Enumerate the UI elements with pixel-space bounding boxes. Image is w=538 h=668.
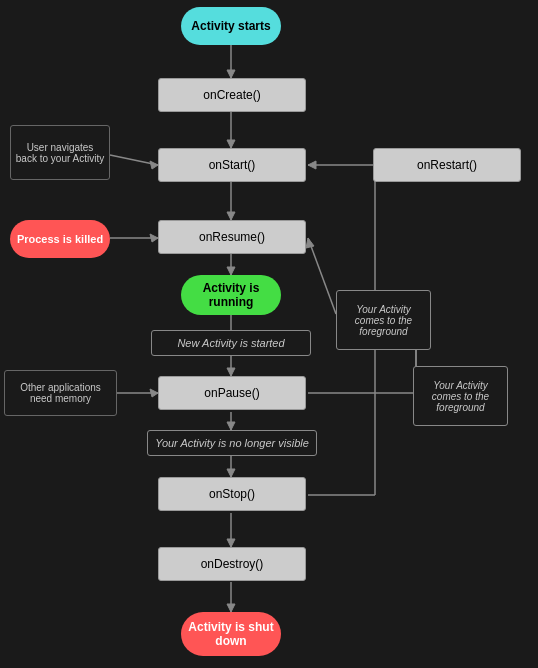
onstart-node: onStart() (158, 148, 306, 182)
svg-marker-24 (150, 161, 158, 169)
svg-line-31 (308, 238, 336, 314)
svg-marker-32 (306, 238, 314, 248)
svg-marker-3 (227, 140, 235, 148)
onresume-node: onResume() (158, 220, 306, 254)
new-activity-started-label: New Activity is started (151, 330, 311, 356)
svg-marker-5 (227, 212, 235, 220)
svg-marker-1 (227, 70, 235, 78)
svg-marker-18 (227, 604, 235, 612)
activity-comes-foreground-1: Your Activity comes to the foreground (336, 290, 431, 350)
activity-shutdown-node: Activity is shut down (181, 612, 281, 656)
svg-marker-12 (227, 422, 235, 430)
svg-marker-10 (227, 368, 235, 376)
user-navigates-back-label: User navigates back to your Activity (10, 125, 110, 180)
process-killed-label: Process is killed (10, 220, 110, 258)
no-longer-visible-label: Your Activity is no longer visible (147, 430, 317, 456)
svg-marker-20 (308, 161, 316, 169)
svg-line-23 (110, 155, 158, 165)
other-apps-memory-label: Other applications need memory (4, 370, 117, 416)
ondestroy-node: onDestroy() (158, 547, 306, 581)
activity-running-node: Activity is running (181, 275, 281, 315)
svg-marker-28 (150, 389, 158, 397)
svg-marker-7 (227, 267, 235, 275)
oncreate-node: onCreate() (158, 78, 306, 112)
onstop-node: onStop() (158, 477, 306, 511)
svg-marker-14 (227, 469, 235, 477)
svg-marker-16 (227, 539, 235, 547)
svg-marker-26 (150, 234, 158, 242)
activity-starts-node: Activity starts (181, 7, 281, 45)
onrestart-node: onRestart() (373, 148, 521, 182)
activity-comes-foreground-2: Your Activity comes to the foreground (413, 366, 508, 426)
onpause-node: onPause() (158, 376, 306, 410)
